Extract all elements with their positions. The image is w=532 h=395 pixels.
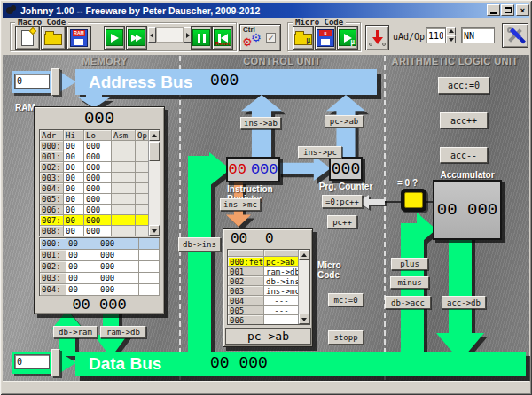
floppy-micro-icon: µ [317,29,334,47]
db-to-acc-button[interactable]: db->acc [385,296,431,309]
pause-button[interactable] [191,26,212,50]
ram-row[interactable]: 001:00000 [40,151,160,162]
uadop-spin-up[interactable] [446,27,456,35]
ram-scrollbar[interactable] [148,130,160,236]
ram-row[interactable]: 002:00000 [40,162,160,173]
ram-row[interactable]: 003:00000 [40,173,160,183]
op-mnemonic-input[interactable] [461,27,495,43]
scroll-up-icon [152,131,157,137]
close-button[interactable]: × [516,4,529,16]
ram-scroll-thumb[interactable] [149,142,160,161]
save-micro-button[interactable]: µ [315,26,336,50]
ram-to-db-button[interactable]: ram->db [100,326,146,338]
address-bus: Address Bus 000 [75,69,377,95]
data-bus-input[interactable] [14,354,50,369]
instruction-register-box: 00 000 [226,157,280,182]
uadop-input[interactable] [426,27,446,43]
separator-memory-control [179,56,181,380]
address-bus-slider-handle[interactable] [51,68,60,96]
scroll-up-button[interactable] [299,250,309,260]
machine-panel: MEMORY CONTROL UNIT ARITHMETIC LOGIC UNI… [3,55,529,381]
maximize-button[interactable] [501,4,514,16]
new-macro-button[interactable] [15,26,40,50]
reset-button[interactable]: Reset [212,26,233,50]
minimize-button[interactable] [487,4,500,16]
zero-led-icon [404,192,423,208]
acc-to-db-button[interactable]: acc->db [442,296,486,309]
stopp-button[interactable]: stopp [328,330,364,345]
data-bus-value: 00 000 [210,354,268,372]
ram-row[interactable]: 008:00000 [40,226,160,236]
ram-col-header: Hi [64,130,84,141]
db-to-ins-button[interactable]: db->ins [178,237,221,252]
app-icon [5,4,17,16]
section-control-unit: CONTROL UNIT [207,56,357,66]
plus-button[interactable]: plus [391,258,428,270]
slider-track[interactable] [156,27,184,43]
ram-col-header: Op [136,130,149,141]
micro-step-button[interactable] [365,25,389,50]
ram-preview-table: 000:00000 001:00000 002:00000 003:00000 … [39,237,160,296]
mc-reset-button[interactable]: mc:=0 [328,293,364,306]
micro-scrollbar[interactable] [298,250,309,324]
maximize-icon [505,7,512,13]
settings-button[interactable] [502,23,528,48]
ram-value-display: 00 000 [35,297,164,314]
preview-row[interactable]: 001:00000 [40,250,160,261]
pc-inc-button[interactable]: pc++ [327,215,357,228]
status-bar [3,381,529,392]
micro-addr-display: 00 [231,231,247,247]
micro-code-label: Micro Code [317,260,341,280]
ins-to-pc-button[interactable]: ins->pc [298,146,342,159]
acc-zero-button[interactable]: acc:=0 [438,77,489,94]
ins-to-ab-button[interactable]: ins->ab [240,117,281,129]
scroll-down-icon [301,318,307,324]
ins-to-mc-button[interactable]: ins->mc [220,198,261,211]
ram-row[interactable]: 006:00000 [40,205,160,215]
ram-row-selected[interactable]: 007:00000 [40,215,160,226]
data-bus-slider-handle[interactable] [51,349,60,376]
zero-test-line [384,201,401,203]
run-micro-button[interactable]: µ [337,26,358,50]
acc-dec-button[interactable]: acc-- [440,147,488,163]
ram-col-header: Adr [40,130,64,141]
scroll-down-icon [152,229,157,236]
toolbar: Macro Code RAM [3,18,529,55]
ram-table[interactable]: Adr Hi Lo Asm Op 000:00000 001:00000 002… [39,129,160,236]
scroll-up-button[interactable] [149,130,160,141]
ram-row[interactable]: 005:00000 [40,194,160,205]
zero-test-label: = 0 ? [397,178,418,188]
minus-button[interactable]: minus [390,276,429,289]
accumulator-box: 00 000 [433,180,502,240]
preview-row[interactable]: 002:00000 [40,261,160,273]
ram-row[interactable]: 000:00000 [40,141,160,151]
preview-row[interactable]: 003:00000 [40,273,160,284]
ctrl-button[interactable]: Ctrl ⚙ ⚙ ✓ [239,24,281,51]
slider-left-button[interactable] [148,27,156,43]
db-to-ram-button[interactable]: db->ram [53,326,98,338]
ram-col-header: Asm [112,130,136,141]
window-title: Johnny 1.00 -- Freeware by Peter Dausche… [20,5,260,16]
section-memory: MEMORY [38,56,171,66]
ram-row[interactable]: 004:00000 [40,183,160,194]
zero-led[interactable] [401,189,426,212]
gears-icon: ⚙ [251,32,262,43]
save-ram-button[interactable]: RAM [66,26,91,50]
scroll-down-button[interactable] [149,225,160,236]
fast-run-button[interactable] [126,26,147,50]
micro-current-display: pc->ab [225,328,311,345]
pc-to-ab-button[interactable]: pc->ab [325,115,364,128]
acc-inc-button[interactable]: acc++ [440,112,488,128]
micro-code-table[interactable]: 000:fetchpc->ab 001ram->db 002db->ins 00… [227,249,310,325]
open-macro-button[interactable] [41,26,66,50]
preview-row[interactable]: 004:00000 [40,284,160,296]
eq0-pc-inc-button[interactable]: =0:pc++ [322,195,363,208]
ctrl-checkbox[interactable]: ✓ [266,33,276,43]
preview-row-selected[interactable]: 000:00000 [40,238,160,250]
open-micro-button[interactable]: µ [293,26,314,50]
play-icon [106,29,123,46]
uadop-spin-down[interactable] [446,35,456,43]
run-button[interactable] [104,26,125,50]
scroll-down-button[interactable] [299,314,309,324]
address-bus-input[interactable] [14,74,50,89]
